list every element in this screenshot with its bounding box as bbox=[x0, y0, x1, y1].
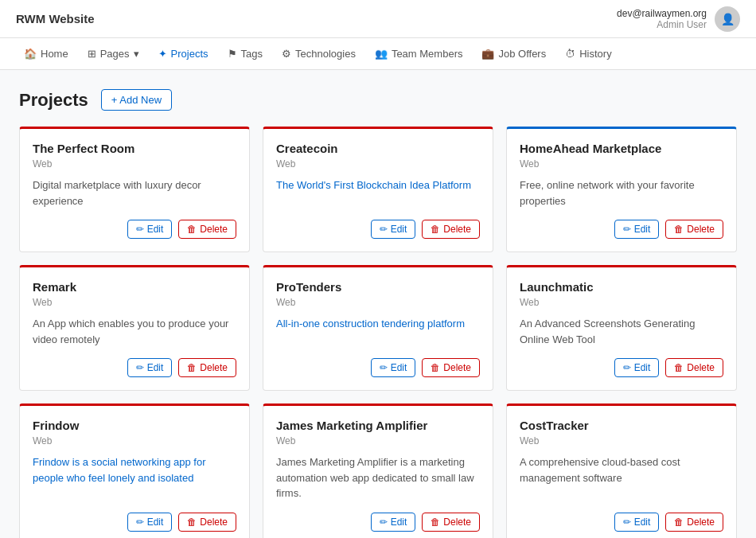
project-description: Digital marketplace with luxury decor ex… bbox=[33, 177, 236, 209]
nav-item-home[interactable]: 🏠 Home bbox=[16, 43, 76, 64]
trash-icon: 🗑 bbox=[187, 224, 197, 235]
delete-label: Delete bbox=[443, 362, 471, 373]
delete-label: Delete bbox=[200, 517, 228, 528]
nav-label-home: Home bbox=[41, 48, 68, 60]
project-description: Free, online network with your favorite … bbox=[520, 177, 723, 209]
page-title: Projects bbox=[19, 90, 88, 111]
delete-label: Delete bbox=[443, 224, 471, 235]
add-new-button[interactable]: + Add New bbox=[101, 89, 172, 111]
trash-icon: 🗑 bbox=[674, 224, 684, 235]
nav-item-pages[interactable]: ⊞ Pages ▾ bbox=[80, 43, 147, 64]
edit-icon: ✏ bbox=[380, 517, 388, 528]
delete-button[interactable]: 🗑 Delete bbox=[665, 358, 723, 377]
project-actions: ✏ Edit 🗑 Delete bbox=[520, 358, 723, 377]
nav-item-projects[interactable]: ✦ Projects bbox=[150, 43, 216, 64]
project-card: Frindow Web Frindow is a social networki… bbox=[19, 404, 250, 538]
delete-button[interactable]: 🗑 Delete bbox=[422, 513, 480, 532]
project-card: Launchmatic Web An Advanced Screenshots … bbox=[506, 265, 737, 391]
job-offers-icon: 💼 bbox=[481, 48, 494, 60]
edit-button[interactable]: ✏ Edit bbox=[614, 220, 660, 239]
project-title: Createcoin bbox=[276, 142, 480, 155]
edit-button[interactable]: ✏ Edit bbox=[127, 220, 173, 239]
project-actions: ✏ Edit 🗑 Delete bbox=[276, 513, 480, 532]
delete-button[interactable]: 🗑 Delete bbox=[665, 220, 723, 239]
edit-icon: ✏ bbox=[380, 224, 388, 235]
project-type: Web bbox=[276, 158, 480, 170]
project-type: Web bbox=[33, 297, 236, 308]
nav-item-history[interactable]: ⏱ History bbox=[557, 43, 619, 64]
project-title: CostTracker bbox=[520, 419, 723, 432]
pages-icon: ⊞ bbox=[88, 48, 96, 60]
project-title: ProTenders bbox=[276, 280, 480, 294]
trash-icon: 🗑 bbox=[431, 517, 440, 528]
edit-label: Edit bbox=[391, 362, 407, 373]
nav-label-tags: Tags bbox=[241, 48, 263, 60]
project-type: Web bbox=[276, 435, 480, 446]
project-actions: ✏ Edit 🗑 Delete bbox=[33, 358, 236, 377]
nav-item-technologies[interactable]: ⚙ Technologies bbox=[274, 43, 364, 64]
team-icon: 👥 bbox=[375, 48, 388, 60]
edit-button[interactable]: ✏ Edit bbox=[371, 220, 416, 239]
edit-label: Edit bbox=[634, 224, 651, 235]
project-actions: ✏ Edit 🗑 Delete bbox=[33, 513, 236, 532]
user-info-section: dev@railwaymen.org Admin User 👤 bbox=[617, 6, 740, 32]
projects-icon: ✦ bbox=[158, 48, 167, 60]
edit-button[interactable]: ✏ Edit bbox=[127, 358, 173, 377]
project-actions: ✏ Edit 🗑 Delete bbox=[276, 358, 480, 377]
edit-label: Edit bbox=[147, 224, 164, 235]
avatar: 👤 bbox=[715, 6, 740, 32]
delete-button[interactable]: 🗑 Delete bbox=[422, 358, 480, 377]
project-actions: ✏ Edit 🗑 Delete bbox=[33, 220, 236, 239]
user-details: dev@railwaymen.org Admin User bbox=[617, 8, 707, 30]
edit-icon: ✏ bbox=[623, 517, 631, 528]
nav-label-pages: Pages bbox=[100, 48, 130, 60]
delete-button[interactable]: 🗑 Delete bbox=[665, 513, 723, 532]
home-icon: 🏠 bbox=[24, 48, 37, 60]
project-card: The Perfect Room Web Digital marketplace… bbox=[19, 127, 250, 252]
edit-label: Edit bbox=[391, 517, 407, 528]
edit-icon: ✏ bbox=[136, 517, 144, 528]
technologies-icon: ⚙ bbox=[282, 48, 291, 60]
edit-icon: ✏ bbox=[136, 224, 144, 235]
delete-label: Delete bbox=[687, 224, 715, 235]
edit-icon: ✏ bbox=[623, 362, 631, 373]
project-card: Createcoin Web The World's First Blockch… bbox=[263, 127, 493, 252]
edit-label: Edit bbox=[634, 517, 651, 528]
project-description: The World's First Blockchain Idea Platfo… bbox=[276, 177, 480, 209]
tags-icon: ⚑ bbox=[228, 48, 237, 60]
nav-item-job-offers[interactable]: 💼 Job Offers bbox=[473, 43, 554, 64]
edit-icon: ✏ bbox=[380, 362, 388, 373]
header: RWM Website dev@railwaymen.org Admin Use… bbox=[0, 0, 756, 38]
project-title: Launchmatic bbox=[520, 280, 723, 294]
project-card: HomeAhead Marketplace Web Free, online n… bbox=[506, 127, 737, 252]
chevron-down-icon: ▾ bbox=[134, 48, 139, 60]
projects-grid: The Perfect Room Web Digital marketplace… bbox=[19, 127, 737, 538]
edit-label: Edit bbox=[634, 362, 651, 373]
project-type: Web bbox=[276, 297, 480, 308]
nav-label-team-members: Team Members bbox=[392, 48, 463, 60]
project-description: An App which enables you to produce your… bbox=[33, 316, 236, 347]
delete-button[interactable]: 🗑 Delete bbox=[178, 358, 236, 377]
nav-label-job-offers: Job Offers bbox=[498, 48, 546, 60]
trash-icon: 🗑 bbox=[674, 517, 684, 528]
delete-label: Delete bbox=[687, 362, 715, 373]
project-card: James Marketing Amplifier Web James Mark… bbox=[263, 404, 493, 538]
delete-label: Delete bbox=[200, 224, 228, 235]
project-type: Web bbox=[33, 435, 236, 446]
project-description: James Marketing Amplifier is a marketing… bbox=[276, 454, 480, 501]
nav-item-tags[interactable]: ⚑ Tags bbox=[220, 43, 271, 64]
delete-button[interactable]: 🗑 Delete bbox=[178, 513, 236, 532]
project-title: Frindow bbox=[33, 419, 236, 432]
edit-button[interactable]: ✏ Edit bbox=[371, 513, 416, 532]
delete-button[interactable]: 🗑 Delete bbox=[178, 220, 236, 239]
project-type: Web bbox=[33, 158, 236, 170]
user-email: dev@railwaymen.org bbox=[617, 8, 707, 19]
edit-label: Edit bbox=[391, 224, 407, 235]
edit-button[interactable]: ✏ Edit bbox=[127, 513, 173, 532]
edit-button[interactable]: ✏ Edit bbox=[371, 358, 416, 377]
nav-item-team-members[interactable]: 👥 Team Members bbox=[367, 43, 471, 64]
edit-button[interactable]: ✏ Edit bbox=[614, 358, 660, 377]
edit-button[interactable]: ✏ Edit bbox=[614, 513, 660, 532]
delete-button[interactable]: 🗑 Delete bbox=[422, 220, 480, 239]
nav-label-history: History bbox=[579, 48, 611, 60]
